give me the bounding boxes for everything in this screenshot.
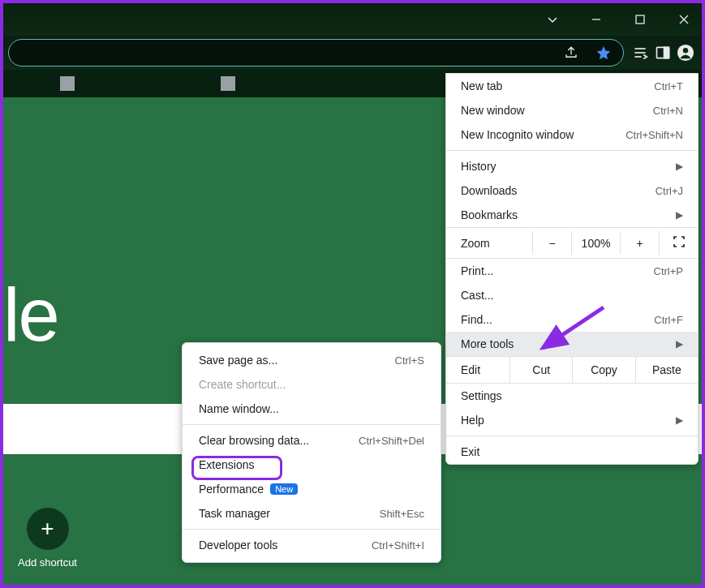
menu-item-shortcut: Ctrl+Shift+N — [625, 129, 683, 141]
submenu-item-label: Clear browsing data... — [199, 434, 309, 447]
submenu-item-label: Performance New — [199, 483, 298, 496]
menu-zoom-row: Zoom − 100% + — [446, 227, 698, 259]
menu-settings[interactable]: Settings — [446, 384, 698, 408]
submenu-item-label: Developer tools — [199, 539, 277, 552]
fullscreen-button[interactable] — [659, 231, 698, 255]
zoom-out-button[interactable]: − — [532, 232, 571, 255]
menu-item-shortcut: Ctrl+J — [656, 185, 683, 197]
menu-item-label: Find... — [461, 313, 492, 326]
annotation-arrow — [531, 303, 612, 360]
submenu-save-page[interactable]: Save page as... Ctrl+S — [183, 348, 441, 372]
omnibox[interactable] — [8, 39, 624, 67]
menu-new-tab[interactable]: New tab Ctrl+T — [446, 74, 698, 98]
menu-print[interactable]: Print... Ctrl+P — [446, 259, 698, 283]
submenu-item-shortcut: Ctrl+Shift+I — [372, 539, 424, 552]
menu-item-label: Bookmarks — [461, 208, 518, 221]
edit-label: Edit — [461, 357, 509, 383]
new-badge: New — [270, 483, 298, 495]
menu-item-label: New Incognito window — [461, 128, 574, 141]
submenu-extensions[interactable]: Extensions — [183, 453, 441, 477]
submenu-task-manager[interactable]: Task manager Shift+Esc — [183, 501, 441, 526]
menu-item-label: History — [461, 160, 497, 173]
submenu-item-label: Save page as... — [199, 354, 277, 367]
menu-separator — [446, 150, 698, 151]
submenu-item-shortcut: Shift+Esc — [380, 508, 424, 520]
add-shortcut-widget: + Add shortcut — [18, 508, 77, 569]
submenu-item-shortcut: Ctrl+S — [395, 354, 424, 367]
menu-item-label: New tab — [461, 79, 502, 92]
submenu-item-label: Task manager — [199, 507, 270, 520]
menu-edit-row: Edit Cut Copy Paste — [446, 356, 698, 384]
window-titlebar — [3, 3, 702, 36]
zoom-label: Zoom — [461, 237, 532, 250]
browser-toolbar — [3, 36, 702, 70]
svg-point-11 — [683, 48, 688, 53]
chevron-right-icon: ▶ — [676, 414, 683, 426]
menu-bookmarks[interactable]: Bookmarks ▶ — [446, 203, 698, 227]
main-menu: New tab Ctrl+T New window Ctrl+N New Inc… — [445, 73, 699, 465]
svg-rect-9 — [664, 47, 669, 58]
chevron-right-icon: ▶ — [676, 161, 683, 172]
menu-item-shortcut: Ctrl+P — [654, 265, 683, 277]
reading-list-icon[interactable] — [629, 41, 651, 64]
menu-item-label: Exit — [461, 445, 479, 458]
menu-item-shortcut: Ctrl+N — [653, 105, 683, 117]
menu-item-label: Print... — [461, 264, 493, 277]
bookmark-item[interactable] — [60, 76, 75, 91]
maximize-button[interactable] — [630, 10, 650, 29]
add-shortcut-label: Add shortcut — [18, 556, 77, 569]
add-shortcut-button[interactable]: + — [27, 508, 69, 550]
menu-new-window[interactable]: New window Ctrl+N — [446, 98, 698, 122]
menu-item-label: Downloads — [461, 184, 517, 197]
submenu-item-label: Create shortcut... — [199, 378, 286, 391]
menu-new-incognito[interactable]: New Incognito window Ctrl+Shift+N — [446, 122, 698, 147]
menu-separator — [446, 436, 698, 436]
minimize-button[interactable] — [587, 10, 606, 29]
submenu-item-shortcut: Ctrl+Shift+Del — [359, 435, 424, 447]
menu-item-shortcut: Ctrl+T — [654, 80, 683, 92]
menu-item-label: Cast... — [461, 289, 493, 302]
submenu-create-shortcut: Create shortcut... — [183, 372, 441, 397]
submenu-clear-browsing-data[interactable]: Clear browsing data... Ctrl+Shift+Del — [183, 428, 441, 453]
svg-line-15 — [543, 307, 604, 348]
copy-button[interactable]: Copy — [572, 357, 634, 383]
google-logo-fragment: le — [3, 273, 58, 358]
menu-item-label: Help — [461, 414, 484, 427]
chevron-right-icon: ▶ — [676, 209, 683, 221]
tab-chevron-icon[interactable] — [543, 10, 562, 29]
menu-history[interactable]: History ▶ — [446, 154, 698, 178]
zoom-value: 100% — [571, 232, 620, 255]
side-panel-icon[interactable] — [651, 41, 674, 64]
menu-item-label: More tools — [461, 337, 514, 350]
submenu-item-label: Name window... — [199, 402, 279, 415]
cut-button[interactable]: Cut — [509, 357, 572, 383]
bookmark-item[interactable] — [221, 76, 235, 91]
bookmark-star-icon[interactable] — [592, 41, 615, 64]
more-tools-submenu: Save page as... Ctrl+S Create shortcut..… — [182, 342, 441, 563]
menu-item-shortcut: Ctrl+F — [654, 314, 683, 326]
close-button[interactable] — [674, 10, 694, 29]
chevron-right-icon: ▶ — [676, 338, 683, 350]
menu-item-label: Settings — [461, 389, 502, 402]
svg-rect-1 — [636, 15, 644, 24]
menu-downloads[interactable]: Downloads Ctrl+J — [446, 178, 698, 203]
menu-item-label: New window — [461, 104, 525, 117]
menu-separator — [183, 529, 441, 530]
zoom-in-button[interactable]: + — [620, 232, 659, 255]
menu-help[interactable]: Help ▶ — [446, 408, 698, 432]
menu-separator — [183, 424, 441, 425]
submenu-item-label: Extensions — [199, 458, 254, 471]
submenu-developer-tools[interactable]: Developer tools Ctrl+Shift+I — [183, 533, 441, 557]
submenu-performance[interactable]: Performance New — [183, 477, 441, 501]
paste-button[interactable]: Paste — [635, 357, 698, 383]
menu-exit[interactable]: Exit — [446, 440, 698, 464]
profile-icon[interactable] — [674, 41, 697, 64]
share-icon[interactable] — [560, 41, 582, 64]
submenu-name-window[interactable]: Name window... — [183, 397, 441, 421]
